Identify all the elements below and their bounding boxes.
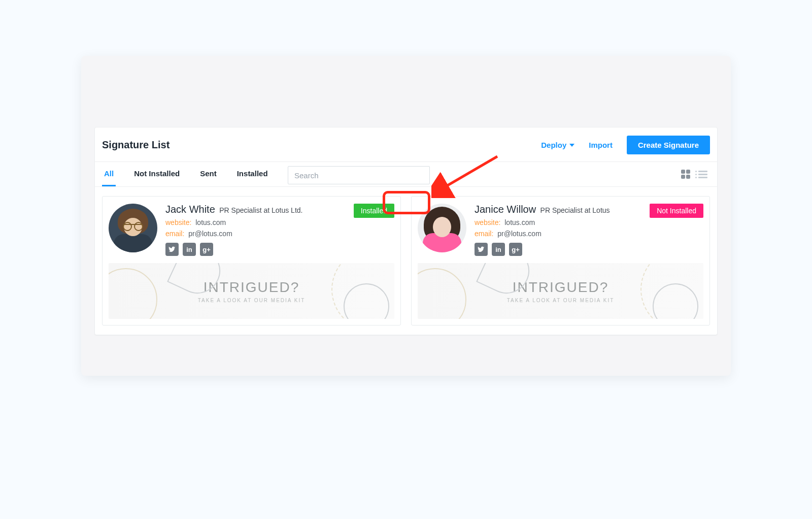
tab-installed[interactable]: Installed [235, 162, 270, 186]
status-badge-installed[interactable]: Installed [354, 204, 394, 218]
grid-icon [681, 170, 690, 179]
list-icon [698, 171, 707, 178]
avatar [418, 204, 466, 252]
status-badge-not-installed[interactable]: Not Installed [650, 204, 703, 218]
website-label: website: [475, 218, 500, 226]
linkedin-icon[interactable]: in [183, 243, 196, 256]
search-wrap [288, 166, 430, 184]
grid-view-button[interactable] [681, 169, 691, 179]
banner: INTRIGUED? TAKE A LOOK AT OUR MEDIA KIT [418, 263, 703, 319]
header-row: Signature List Deploy Import Create Sign… [95, 127, 717, 162]
page-title: Signature List [102, 139, 170, 151]
caret-down-icon [569, 144, 574, 147]
create-signature-button[interactable]: Create Signature [627, 136, 710, 154]
person-role: PR Specialist at Lotus [540, 206, 610, 214]
google-icon[interactable]: g+ [200, 243, 213, 256]
twitter-icon[interactable] [475, 243, 488, 256]
cards-row: Jack White PR Specialist at Lotus Ltd. w… [95, 187, 717, 335]
list-view-button[interactable] [698, 169, 708, 179]
twitter-icon[interactable] [165, 243, 179, 256]
website-row: website: lotus.com [165, 218, 394, 226]
header-actions: Deploy Import Create Signature [541, 136, 710, 154]
website-value: lotus.com [195, 218, 226, 226]
toolbar-row: All Not Installed Sent Installed [95, 162, 717, 187]
person-name: Janice Willow [475, 204, 536, 215]
outer-panel: Signature List Deploy Import Create Sign… [81, 56, 731, 376]
website-label: website: [165, 218, 191, 226]
website-value: lotus.com [504, 218, 535, 226]
email-value: pr@lotus.com [497, 230, 542, 238]
card-top: Janice Willow PR Specialist at Lotus web… [418, 204, 703, 256]
import-label: Import [589, 141, 613, 149]
social-row: in g+ [165, 243, 394, 256]
google-icon[interactable]: g+ [509, 243, 522, 256]
email-label: email: [165, 230, 184, 238]
email-row: email: pr@lotus.com [165, 230, 394, 238]
card-top: Jack White PR Specialist at Lotus Ltd. w… [109, 204, 394, 256]
signature-card[interactable]: Jack White PR Specialist at Lotus Ltd. w… [102, 196, 401, 326]
email-value: pr@lotus.com [188, 230, 232, 238]
view-toggle [679, 164, 710, 184]
email-label: email: [475, 230, 493, 238]
deploy-label: Deploy [541, 141, 566, 149]
linkedin-icon[interactable]: in [492, 243, 505, 256]
website-row: website: lotus.com [475, 218, 703, 226]
email-row: email: pr@lotus.com [475, 230, 703, 238]
signature-list-card: Signature List Deploy Import Create Sign… [94, 127, 718, 335]
social-row: in g+ [475, 243, 703, 256]
tabs: All Not Installed Sent Installed [102, 162, 270, 186]
search-input[interactable] [288, 166, 430, 184]
person-name: Jack White [165, 204, 215, 215]
deploy-dropdown[interactable]: Deploy [541, 141, 574, 149]
import-link[interactable]: Import [589, 141, 613, 149]
avatar [109, 204, 157, 252]
banner: INTRIGUED? TAKE A LOOK AT OUR MEDIA KIT [109, 263, 394, 319]
tab-not-installed[interactable]: Not Installed [132, 162, 182, 186]
person-role: PR Specialist at Lotus Ltd. [219, 206, 302, 214]
tab-sent[interactable]: Sent [198, 162, 219, 186]
tab-all[interactable]: All [102, 162, 116, 186]
signature-card[interactable]: Janice Willow PR Specialist at Lotus web… [411, 196, 710, 326]
banner-subline: TAKE A LOOK AT OUR MEDIA KIT [507, 298, 615, 303]
banner-subline: TAKE A LOOK AT OUR MEDIA KIT [198, 298, 306, 303]
